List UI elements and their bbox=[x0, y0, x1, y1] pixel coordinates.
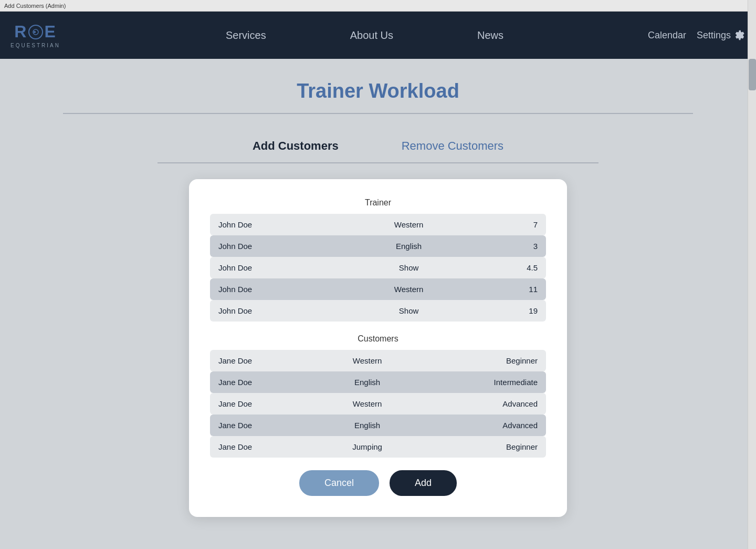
customer-discipline: Western bbox=[318, 393, 417, 415]
customer-name: Jane Doe bbox=[210, 436, 318, 458]
logo-text: R E bbox=[14, 22, 56, 42]
scrollbar[interactable] bbox=[748, 0, 756, 549]
logo-subtitle: EQUESTRIAN bbox=[10, 43, 60, 48]
nav-right: Calendar Settings bbox=[648, 29, 746, 41]
dialog-card: Trainer John Doe Western 7 John Doe Engl… bbox=[189, 179, 567, 517]
nav-news[interactable]: News bbox=[435, 29, 545, 42]
trainer-section-header: Trainer bbox=[210, 198, 546, 208]
customer-discipline: English bbox=[318, 371, 417, 393]
customer-name: Jane Doe bbox=[210, 371, 318, 393]
customer-level: Intermediate bbox=[417, 371, 546, 393]
trainer-name: John Doe bbox=[210, 214, 346, 235]
trainer-discipline: Western bbox=[346, 214, 471, 235]
browser-tab-bar: Add Customers (Admin) bbox=[0, 0, 756, 12]
gear-icon bbox=[734, 29, 746, 41]
list-item[interactable]: Jane Doe Western Beginner bbox=[210, 350, 546, 371]
list-item[interactable]: Jane Doe English Advanced bbox=[210, 415, 546, 436]
tabs-row: Add Customers Remove Customers bbox=[63, 130, 693, 162]
customer-discipline: Western bbox=[318, 350, 417, 371]
trainer-name: John Doe bbox=[210, 235, 346, 257]
main-content: Trainer Workload Add Customers Remove Cu… bbox=[0, 59, 756, 538]
svg-point-1 bbox=[34, 31, 36, 33]
list-item[interactable]: Jane Doe English Intermediate bbox=[210, 371, 546, 393]
trainer-name: John Doe bbox=[210, 257, 346, 278]
trainer-discipline: Western bbox=[346, 278, 471, 300]
browser-tab-label: Add Customers (Admin) bbox=[4, 3, 66, 9]
cancel-button[interactable]: Cancel bbox=[299, 470, 379, 496]
customer-discipline: English bbox=[318, 415, 417, 436]
table-row[interactable]: John Doe Western 7 bbox=[210, 214, 546, 235]
table-row[interactable]: John Doe English 3 bbox=[210, 235, 546, 257]
trainer-count: 19 bbox=[471, 300, 546, 322]
logo-e: E bbox=[44, 22, 56, 42]
calendar-link[interactable]: Calendar bbox=[648, 30, 686, 41]
trainer-count: 4.5 bbox=[471, 257, 546, 278]
logo-circle bbox=[28, 25, 43, 39]
table-row[interactable]: John Doe Western 11 bbox=[210, 278, 546, 300]
add-button[interactable]: Add bbox=[390, 470, 457, 496]
trainer-name: John Doe bbox=[210, 300, 346, 322]
tab-add-customers[interactable]: Add Customers bbox=[221, 130, 370, 162]
list-item[interactable]: Jane Doe Jumping Beginner bbox=[210, 436, 546, 458]
trainer-count: 3 bbox=[471, 235, 546, 257]
customer-level: Advanced bbox=[417, 415, 546, 436]
trainer-table: John Doe Western 7 John Doe English 3 Jo… bbox=[210, 214, 546, 322]
scrollbar-thumb[interactable] bbox=[749, 59, 756, 90]
settings-link[interactable]: Settings bbox=[697, 29, 746, 41]
nav-services[interactable]: Services bbox=[184, 29, 308, 42]
trainer-discipline: English bbox=[346, 235, 471, 257]
customer-name: Jane Doe bbox=[210, 415, 318, 436]
nav-links: Services About Us News bbox=[81, 29, 648, 42]
table-row[interactable]: John Doe Show 19 bbox=[210, 300, 546, 322]
customer-level: Beginner bbox=[417, 436, 546, 458]
tab-remove-customers[interactable]: Remove Customers bbox=[370, 130, 535, 162]
logo-r: R bbox=[14, 22, 27, 42]
trainer-count: 7 bbox=[471, 214, 546, 235]
customer-name: Jane Doe bbox=[210, 393, 318, 415]
customer-level: Advanced bbox=[417, 393, 546, 415]
nav-about[interactable]: About Us bbox=[308, 29, 435, 42]
trainer-name: John Doe bbox=[210, 278, 346, 300]
btn-row: Cancel Add bbox=[210, 470, 546, 496]
trainer-discipline: Show bbox=[346, 300, 471, 322]
customer-discipline: Jumping bbox=[318, 436, 417, 458]
logo-circle-icon bbox=[32, 28, 39, 36]
customer-name: Jane Doe bbox=[210, 350, 318, 371]
tabs-divider bbox=[158, 162, 598, 163]
trainer-discipline: Show bbox=[346, 257, 471, 278]
page-title: Trainer Workload bbox=[63, 80, 693, 102]
logo[interactable]: R E EQUESTRIAN bbox=[10, 22, 60, 48]
navbar: R E EQUESTRIAN Services About Us News Ca… bbox=[0, 12, 756, 59]
customers-section-header: Customers bbox=[210, 334, 546, 344]
title-divider bbox=[63, 113, 693, 114]
list-item[interactable]: Jane Doe Western Advanced bbox=[210, 393, 546, 415]
trainer-count: 11 bbox=[471, 278, 546, 300]
table-row[interactable]: John Doe Show 4.5 bbox=[210, 257, 546, 278]
customers-table: Jane Doe Western Beginner Jane Doe Engli… bbox=[210, 350, 546, 458]
customer-level: Beginner bbox=[417, 350, 546, 371]
